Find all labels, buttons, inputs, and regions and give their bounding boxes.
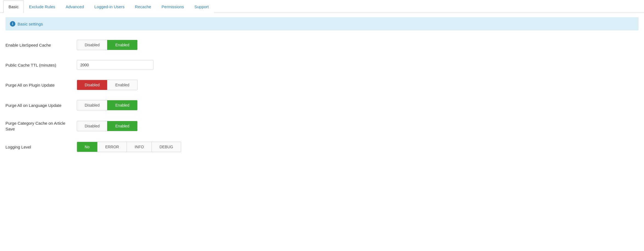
enable-cache-disabled-btn[interactable]: Disabled bbox=[77, 40, 107, 50]
setting-purge-language: Purge All on Language Update Disabled En… bbox=[5, 95, 639, 115]
info-icon: i bbox=[10, 21, 15, 27]
purge-plugin-toggle: Disabled Enabled bbox=[77, 80, 138, 90]
logging-info-btn[interactable]: INFO bbox=[127, 142, 151, 152]
tab-support[interactable]: Support bbox=[189, 0, 214, 13]
main-content: i Basic settings Enable LiteSpeed Cache … bbox=[0, 17, 644, 165]
purge-category-disabled-btn[interactable]: Disabled bbox=[77, 121, 107, 131]
purge-language-enabled-btn[interactable]: Enabled bbox=[107, 100, 137, 110]
tab-exclude-rules[interactable]: Exclude Rules bbox=[24, 0, 61, 13]
ttl-label: Public Cache TTL (minutes) bbox=[5, 62, 66, 68]
setting-ttl: Public Cache TTL (minutes) bbox=[5, 55, 639, 75]
logging-label: Logging Level bbox=[5, 144, 66, 150]
logging-no-btn[interactable]: No bbox=[77, 142, 97, 152]
tab-recache[interactable]: Recache bbox=[130, 0, 156, 13]
purge-language-label: Purge All on Language Update bbox=[5, 102, 66, 108]
purge-language-toggle: Disabled Enabled bbox=[77, 100, 138, 110]
tab-basic[interactable]: Basic bbox=[3, 0, 24, 13]
purge-plugin-disabled-btn[interactable]: Disabled bbox=[77, 80, 107, 90]
enable-cache-label: Enable LiteSpeed Cache bbox=[5, 42, 66, 48]
tab-bar: Basic Exclude Rules Advanced Logged-in U… bbox=[0, 0, 644, 13]
purge-category-toggle: Disabled Enabled bbox=[77, 121, 138, 131]
tab-logged-in-users[interactable]: Logged-in Users bbox=[89, 0, 130, 13]
tab-advanced[interactable]: Advanced bbox=[61, 0, 89, 13]
tab-permissions[interactable]: Permissions bbox=[156, 0, 189, 13]
setting-logging: Logging Level No ERROR INFO DEBUG bbox=[5, 137, 639, 157]
purge-plugin-enabled-btn[interactable]: Enabled bbox=[107, 80, 137, 90]
enable-cache-toggle: Disabled Enabled bbox=[77, 40, 138, 50]
section-title: Basic settings bbox=[18, 22, 43, 26]
purge-language-disabled-btn[interactable]: Disabled bbox=[77, 100, 107, 110]
purge-category-label: Purge Category Cache on Article Save bbox=[5, 120, 66, 132]
setting-purge-plugin: Purge All on Plugin Update Disabled Enab… bbox=[5, 75, 639, 95]
logging-toggle-group: No ERROR INFO DEBUG bbox=[77, 142, 181, 152]
logging-debug-btn[interactable]: DEBUG bbox=[152, 142, 181, 152]
ttl-input[interactable] bbox=[77, 60, 153, 70]
purge-plugin-label: Purge All on Plugin Update bbox=[5, 82, 66, 88]
setting-purge-category: Purge Category Cache on Article Save Dis… bbox=[5, 115, 639, 137]
purge-category-enabled-btn[interactable]: Enabled bbox=[107, 121, 137, 131]
enable-cache-enabled-btn[interactable]: Enabled bbox=[107, 40, 137, 50]
logging-error-btn[interactable]: ERROR bbox=[97, 142, 127, 152]
section-header: i Basic settings bbox=[5, 17, 639, 30]
setting-enable-cache: Enable LiteSpeed Cache Disabled Enabled bbox=[5, 35, 639, 55]
